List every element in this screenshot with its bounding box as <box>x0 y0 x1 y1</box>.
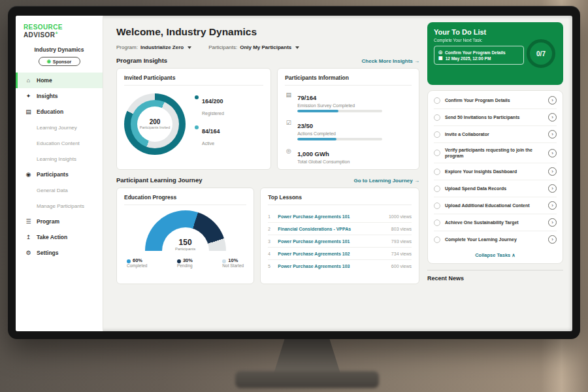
logo-text-advisor: ADVISOR <box>24 31 55 39</box>
gear-icon: ⚙ <box>25 250 32 256</box>
sidebar-item-education-content[interactable]: Education Content <box>16 135 103 151</box>
emission-progress-bar <box>297 110 382 112</box>
learning-journey-header: Participant Learning Journey Go to Learn… <box>116 176 419 184</box>
chevron-down-icon <box>188 46 191 49</box>
go-to-learning-journey-link[interactable]: Go to Learning Journey → <box>354 178 419 184</box>
invited-legend: 164/200 Registered 84/164 Active <box>195 94 224 154</box>
sidebar-nav: ⌂ Home ✦ Insights ▤ Education Learning J… <box>16 73 103 261</box>
task-row[interactable]: Achieve One Sustainability Target › <box>434 214 557 231</box>
take-action-icon: ↥ <box>25 234 32 240</box>
lesson-row[interactable]: 2 Financial Considerations - VPPAs 803 v… <box>268 223 412 235</box>
collapse-tasks-link[interactable]: Collapse Tasks ∧ <box>434 248 557 262</box>
program-insights-header: Program Insights Check More Insights → <box>116 57 419 64</box>
invited-donut-ring-outer: 200 Participants Invited <box>124 93 186 155</box>
legend-completed: 60% Completed <box>127 257 147 268</box>
emission-survey-icon: ▤ <box>285 91 292 112</box>
sidebar-item-learning-journey[interactable]: Learning Journey <box>16 120 103 135</box>
task-row[interactable]: Explore Your Insights Dashboard › <box>434 163 557 180</box>
chevron-right-icon[interactable]: › <box>548 184 557 193</box>
task-checkbox[interactable] <box>434 97 440 104</box>
content-column: Welcome, Industry Dynamics Program: Indu… <box>116 22 419 331</box>
chevron-right-icon[interactable]: › <box>548 113 557 122</box>
actions-progress-bar <box>297 138 382 140</box>
task-checkbox[interactable] <box>434 150 440 156</box>
lesson-row[interactable]: 5 Power Purchase Agreements 103 600 view… <box>268 260 412 272</box>
sponsor-badge[interactable]: ◉ Sponsor <box>39 57 80 66</box>
pending-dot-icon <box>177 259 181 263</box>
sidebar-item-general-data[interactable]: General Data <box>16 182 103 198</box>
education-gauge-center: 150 Participants <box>145 238 226 251</box>
monitor-stand-base <box>235 371 379 388</box>
chevron-right-icon[interactable]: › <box>548 130 557 139</box>
arrow-right-icon: → <box>414 58 419 64</box>
sidebar-item-insights[interactable]: ✦ Insights <box>16 88 103 104</box>
task-checkbox[interactable] <box>434 114 440 121</box>
sponsor-icon: ◉ <box>47 59 51 64</box>
chevron-right-icon[interactable]: › <box>548 218 557 227</box>
chevron-right-icon[interactable]: › <box>548 167 557 176</box>
lesson-link[interactable]: Power Purchase Agreements 102 <box>278 252 387 256</box>
not-started-dot-icon <box>222 259 226 263</box>
sponsor-label: Sponsor <box>53 59 71 64</box>
legend-not-started: 10% Not Started <box>222 257 244 268</box>
program-filter-dropdown[interactable]: Program: Industrialize Zero <box>116 44 191 50</box>
task-row[interactable]: Complete Your Learning Journey › <box>434 231 557 248</box>
sidebar-item-participants[interactable]: ◉ Participants <box>16 167 103 182</box>
chevron-right-icon[interactable]: › <box>548 149 557 157</box>
active-dot-icon <box>195 125 199 129</box>
consumption-icon: ◎ <box>285 147 292 166</box>
lesson-link[interactable]: Power Purchase Agreements 101 <box>278 214 384 219</box>
participants-icon: ◉ <box>25 171 32 178</box>
legend-active: 84/164 Active <box>195 124 224 148</box>
sidebar-item-home[interactable]: ⌂ Home <box>16 73 103 88</box>
insights-cards-row: Invited Participants 200 Participants In… <box>116 68 419 170</box>
logo-plus: + <box>55 31 58 35</box>
task-checkbox[interactable] <box>434 203 440 209</box>
completed-dot-icon <box>127 259 131 263</box>
sidebar-item-learning-insights[interactable]: Learning Insights <box>16 151 103 167</box>
logo-text-resource: RESOURCE <box>24 24 63 31</box>
collapse-caret-icon: ∧ <box>512 252 515 258</box>
education-progress-card: Education Progress 150 Participants <box>116 188 254 284</box>
task-row[interactable]: Verify participants requesting to join t… <box>434 143 557 163</box>
task-checkbox[interactable] <box>434 186 440 192</box>
task-checkbox[interactable] <box>434 169 440 175</box>
emission-survey-row: ▤ 79/164 Emission Survey Completed <box>285 91 412 112</box>
task-checkbox[interactable] <box>434 237 440 243</box>
participants-filter-dropdown[interactable]: Participants: Only My Participants <box>208 44 299 50</box>
task-row[interactable]: Upload Additional Educational Content › <box>434 197 557 214</box>
sidebar-item-settings[interactable]: ⚙ Settings <box>16 245 103 261</box>
chevron-right-icon[interactable]: › <box>548 96 557 105</box>
lesson-link[interactable]: Power Purchase Agreements 103 <box>278 264 387 269</box>
check-more-insights-link[interactable]: Check More Insights → <box>362 58 419 64</box>
sidebar-item-program[interactable]: ☰ Program <box>16 214 103 229</box>
task-row[interactable]: Send 50 Invitations to Participants › <box>434 109 557 126</box>
target-icon: ◎ <box>438 50 442 55</box>
insights-icon: ✦ <box>25 93 32 99</box>
consumption-row: ◎ 1,000 GWh Total Global Consumption <box>285 147 412 166</box>
lesson-link[interactable]: Power Purchase Agreements 101 <box>278 239 387 244</box>
page-title: Welcome, Industry Dynamics <box>116 26 419 38</box>
chevron-right-icon[interactable]: › <box>548 201 557 210</box>
task-checkbox[interactable] <box>434 131 440 138</box>
lesson-row[interactable]: 3 Power Purchase Agreements 101 793 view… <box>268 235 412 248</box>
next-task-box[interactable]: ◎ Confirm Your Program Details ▦ 12 May … <box>434 46 524 65</box>
app-logo: RESOURCE ADVISOR+ <box>16 22 103 44</box>
sidebar-item-education[interactable]: ▤ Education <box>16 104 103 120</box>
education-legend: 60% Completed 30% Pending <box>124 257 246 268</box>
lesson-link[interactable]: Financial Considerations - VPPAs <box>278 227 387 231</box>
participants-information-card: Participants Information ▤ 79/164 Emissi… <box>277 68 419 170</box>
sidebar: RESOURCE ADVISOR+ Industry Dynamics ◉ Sp… <box>16 16 103 331</box>
learning-cards-row: Education Progress 150 Participants <box>116 188 419 284</box>
lesson-row[interactable]: 1 Power Purchase Agreements 101 1000 vie… <box>268 210 412 223</box>
sidebar-item-take-action[interactable]: ↥ Take Action <box>16 229 103 245</box>
sidebar-item-manage-participants[interactable]: Manage Participants <box>16 198 103 214</box>
task-row[interactable]: Invite a Collaborator › <box>434 126 557 143</box>
task-checkbox[interactable] <box>434 220 440 226</box>
lesson-row[interactable]: 4 Power Purchase Agreements 102 734 view… <box>268 248 412 260</box>
task-row[interactable]: Confirm Your Program Details › <box>434 92 557 109</box>
photo-background: RESOURCE ADVISOR+ Industry Dynamics ◉ Sp… <box>0 0 588 392</box>
chevron-right-icon[interactable]: › <box>548 235 557 244</box>
arrow-right-icon: → <box>414 178 419 184</box>
task-row[interactable]: Upload Spend Data Records › <box>434 180 557 197</box>
